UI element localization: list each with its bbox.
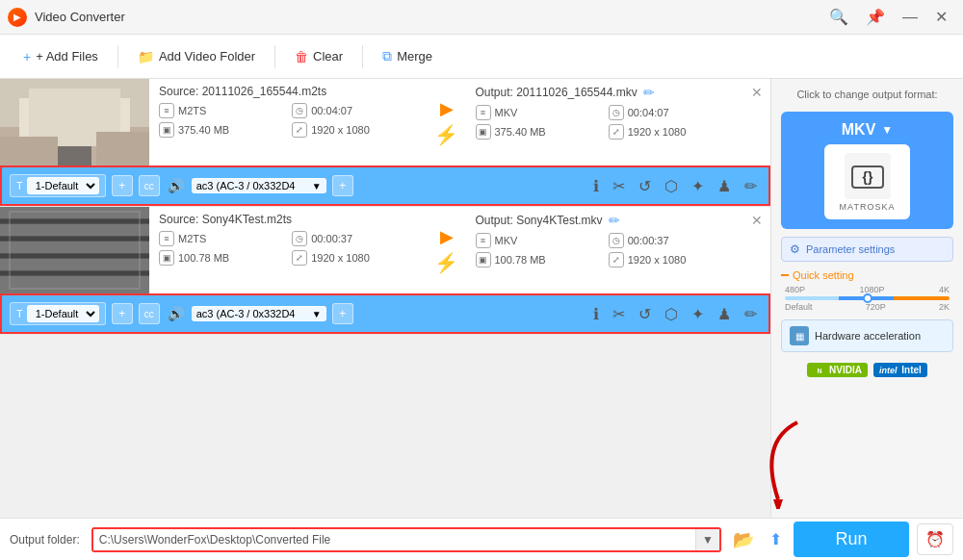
nvidia-logo-icon: N xyxy=(813,366,826,375)
info-btn-1[interactable]: ℹ xyxy=(589,175,603,197)
browse-folder-button[interactable]: 📂 xyxy=(729,525,758,554)
clear-button[interactable]: 🗑 Clear xyxy=(283,43,354,70)
source-format-item-1: ≡ M2TS xyxy=(159,103,284,118)
output-format-item-2: ≡ MKV xyxy=(476,233,601,248)
main-area: Source: 20111026_165544.m2ts ≡ M2TS ◷ 00… xyxy=(0,79,963,518)
track-cc-btn-2[interactable]: cc xyxy=(139,303,160,324)
source-duration-item-2: ◷ 00:00:37 xyxy=(292,231,417,246)
format-name: MKV ▼ xyxy=(842,121,893,139)
track-type-icon-2: T xyxy=(16,308,23,319)
info-btn-2[interactable]: ℹ xyxy=(589,303,603,325)
watermark-btn-1[interactable]: ✏ xyxy=(741,175,761,197)
file-item-content: Source: 20111026_165544.m2ts ≡ M2TS ◷ 00… xyxy=(0,79,770,165)
file-preview-2 xyxy=(0,207,149,293)
subtitle-btn-2[interactable]: ♟ xyxy=(714,303,735,325)
source-meta-2: ≡ M2TS ◷ 00:00:37 ▣ 100.78 MB ⤢ xyxy=(159,231,418,266)
timer-button[interactable]: ⏰ xyxy=(917,523,953,555)
output-size-1: 375.40 MB xyxy=(495,126,546,138)
folder-icon: 📁 xyxy=(138,49,154,64)
output-size-item-2: ▣ 100.78 MB xyxy=(476,252,601,267)
source-format-2: M2TS xyxy=(178,233,206,244)
format-display[interactable]: MKV ▼ {} MATROSKA xyxy=(781,112,953,229)
audio-speaker-icon: 🔊 xyxy=(168,178,184,193)
export-button[interactable]: ⬆ xyxy=(766,526,786,552)
audio-add-btn-1[interactable]: + xyxy=(332,175,353,196)
track-add-btn-2[interactable]: + xyxy=(112,303,133,324)
out-res-icon: ⤢ xyxy=(609,124,624,140)
output-duration-item-2: ◷ 00:00:37 xyxy=(609,233,734,248)
audio-add-btn-2[interactable]: + xyxy=(332,303,353,324)
gpu-badges: N NVIDIA intel Intel xyxy=(781,360,953,380)
audio-select-2[interactable]: ac3 (AC-3 / 0x332D4 ▼ xyxy=(192,306,326,321)
run-button[interactable]: Run xyxy=(794,522,909,557)
output-size-2: 100.78 MB xyxy=(495,254,546,266)
source-res-item-1: ⤢ 1920 x 1080 xyxy=(292,122,417,138)
track-add-btn-1[interactable]: + xyxy=(112,175,133,196)
effect-btn-1[interactable]: ✦ xyxy=(688,175,708,197)
add-folder-button[interactable]: 📁 Add Video Folder xyxy=(126,43,267,70)
cut-btn-1[interactable]: ✂ xyxy=(609,175,629,197)
quick-setting: Quick setting 480P 1080P 4K Default 720P… xyxy=(781,269,953,312)
svg-rect-10 xyxy=(0,224,149,236)
label-480p: 480P xyxy=(785,285,805,294)
minimize-button[interactable]: — xyxy=(895,8,925,27)
track-cc-btn-1[interactable]: cc xyxy=(139,175,160,196)
audio-select-1[interactable]: ac3 (AC-3 / 0x332D4 ▼ xyxy=(192,178,326,193)
param-settings-button[interactable]: ⚙ Parameter settings xyxy=(781,237,953,262)
pin-icon[interactable]: 📌 xyxy=(858,8,893,27)
out-folder-icon: ▣ xyxy=(476,124,491,140)
output-duration-2: 00:00:37 xyxy=(628,235,669,246)
track-select-2[interactable]: 1-Default xyxy=(27,305,99,322)
cut-btn-2[interactable]: ✂ xyxy=(609,303,629,325)
track-select-1[interactable]: 1-Default xyxy=(27,177,99,194)
output-dropdown-button[interactable]: ▼ xyxy=(695,529,719,550)
edit-output-name-icon-2[interactable]: ✏ xyxy=(609,213,620,228)
output-path-input[interactable] xyxy=(93,529,695,550)
res-icon-2: ⤢ xyxy=(292,250,307,266)
svg-rect-16 xyxy=(0,276,149,293)
out-format-icon-2: ≡ xyxy=(476,233,491,248)
edit-output-name-icon[interactable]: ✏ xyxy=(643,85,655,100)
source-name-1: Source: 20111026_165544.m2ts xyxy=(159,85,418,98)
source-info-2: Source: Sony4KTest.m2ts ≡ M2TS ◷ 00:00:3… xyxy=(149,207,428,293)
output-format-2: MKV xyxy=(495,235,518,246)
close-file-button-2[interactable]: ✕ xyxy=(747,211,767,230)
output-meta-1: ≡ MKV ◷ 00:04:07 ▣ 375.40 MB ⤢ xyxy=(476,105,735,140)
add-files-button[interactable]: + + Add Files xyxy=(12,43,110,70)
output-size-item-1: ▣ 375.40 MB xyxy=(476,124,601,140)
rotate-btn-1[interactable]: ↺ xyxy=(635,175,655,197)
add-folder-label: Add Video Folder xyxy=(159,49,255,64)
track-label-1: T 1-Default xyxy=(10,174,106,197)
search-icon[interactable]: 🔍 xyxy=(821,8,856,27)
output-name-1: Output: 20111026_165544.mkv ✏ xyxy=(476,85,735,100)
merge-button[interactable]: ⧉ Merge xyxy=(371,42,444,70)
quality-track[interactable] xyxy=(785,296,950,300)
quality-slider[interactable]: 480P 1080P 4K Default 720P 2K xyxy=(781,285,953,312)
output-format-item-1: ≡ MKV xyxy=(476,105,601,120)
mkv-icon: {} xyxy=(844,152,892,200)
slider-thumb[interactable] xyxy=(863,293,872,303)
format-dropdown-icon[interactable]: ▼ xyxy=(881,123,893,137)
rotate-btn-2[interactable]: ↺ xyxy=(635,303,655,325)
crop-btn-1[interactable]: ⬡ xyxy=(661,175,682,197)
source-format-1: M2TS xyxy=(178,105,206,116)
track-container-1: T 1-Default + cc 🔊 ac3 (AC-3 / 0x332D4 ▼… xyxy=(0,165,770,206)
watermark-btn-2[interactable]: ✏ xyxy=(741,303,761,325)
output-duration-1: 00:04:07 xyxy=(628,107,669,118)
convert-indicators-2: ▶ ⚡ xyxy=(428,207,466,293)
effect-btn-2[interactable]: ✦ xyxy=(688,303,708,325)
bottom-bar: Output folder: ▼ 📂 ⬆ Run ⏰ xyxy=(0,518,963,560)
preview-image-1 xyxy=(0,79,149,165)
file-close-2: ✕ xyxy=(743,207,770,293)
hardware-acceleration-button[interactable]: ▦ Hardware acceleration xyxy=(781,319,953,352)
subtitle-btn-1[interactable]: ♟ xyxy=(714,175,735,197)
close-file-button-1[interactable]: ✕ xyxy=(747,83,767,102)
source-res-1: 1920 x 1080 xyxy=(311,124,370,136)
title-bar-left: ▶ Video Converter xyxy=(8,8,125,27)
quick-setting-label: Quick setting xyxy=(781,269,953,281)
close-button[interactable]: ✕ xyxy=(927,8,955,27)
crop-btn-2[interactable]: ⬡ xyxy=(661,303,682,325)
nvidia-badge: N NVIDIA xyxy=(807,363,868,377)
svg-text:N: N xyxy=(818,368,822,374)
file-item: Source: 20111026_165544.m2ts ≡ M2TS ◷ 00… xyxy=(0,79,770,207)
